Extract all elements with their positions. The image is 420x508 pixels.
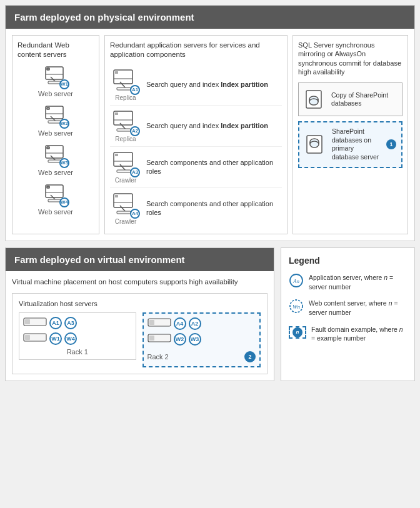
db-copy-label: Copy of SharePoint databases xyxy=(331,91,397,108)
racks-row: A1 A3 W1 xyxy=(19,312,261,367)
web-server-3: W3 Web server xyxy=(18,143,94,176)
svg-rect-57 xyxy=(149,336,154,341)
svg-rect-9 xyxy=(48,121,61,123)
svg-point-44 xyxy=(309,99,318,105)
app-server-row-a1: A1 Replica Search query and index Index … xyxy=(110,64,282,106)
a3-role-label: Crawler xyxy=(112,177,139,184)
w4-badge: W4 xyxy=(59,197,69,207)
virtual-farm-section: Farm deployed on virtual environment Vir… xyxy=(5,247,274,381)
virtual-content: Virtual machine placement on host comput… xyxy=(6,271,274,381)
sql-title: SQL Server synchronous mirroring or Alwa… xyxy=(298,41,402,76)
rack2-w3-badge: W3 xyxy=(189,333,201,346)
rack1-a1-badge: A1 xyxy=(49,317,62,329)
legend-fault-badge: n xyxy=(292,327,302,337)
a1-role-desc: Search query and index Index partition xyxy=(146,80,282,89)
svg-text:An: An xyxy=(292,278,299,284)
a3-badge: A3 xyxy=(130,167,140,177)
rack1-server-icon2 xyxy=(23,333,47,344)
svg-rect-22 xyxy=(115,71,118,74)
rack2-server-icon2 xyxy=(148,334,171,344)
legend-app-text: Application server, where n = server num… xyxy=(309,273,407,291)
physical-content: Redundant Web content servers W1 Web xyxy=(6,29,414,241)
db-primary-label: SharePoint databases on primary database… xyxy=(332,127,381,162)
web-server-icon-2: W2 xyxy=(43,104,68,127)
a2-role-label: Replica xyxy=(112,136,139,142)
app-icon-a1: A1 xyxy=(112,68,139,94)
legend-item-app: An Application server, where n = server … xyxy=(289,273,407,291)
bottom-row: Farm deployed on virtual environment Vir… xyxy=(5,247,415,381)
w2-label: Web server xyxy=(38,129,73,137)
legend-fault-icon: n xyxy=(289,326,306,339)
svg-rect-12 xyxy=(47,147,49,149)
rack1-label: Rack 1 xyxy=(23,348,132,356)
a3-role-desc: Search components and other application … xyxy=(146,158,282,177)
w3-badge: W3 xyxy=(59,158,69,168)
svg-rect-32 xyxy=(115,154,118,156)
legend-web-text: Web content server, where n = server num… xyxy=(309,299,407,317)
svg-rect-53 xyxy=(25,335,30,340)
svg-point-49 xyxy=(310,141,319,147)
a4-role-label: Crawler xyxy=(112,218,139,225)
web-server-icon-4: W4 xyxy=(43,182,68,206)
svg-rect-34 xyxy=(117,170,131,172)
virtual-header-text: Farm deployed on virtual environment xyxy=(14,254,185,265)
physical-farm-section: Farm deployed on physical environment Re… xyxy=(5,5,415,241)
svg-rect-17 xyxy=(47,186,49,188)
svg-rect-55 xyxy=(149,320,154,325)
rack2-row2: W2 W3 xyxy=(148,333,256,346)
rack2-num-badge: 2 xyxy=(244,351,256,362)
db-primary-box: SharePoint databases on primary database… xyxy=(298,121,402,168)
app-icon-a3: A3 xyxy=(112,151,139,177)
rack1-row1: A1 A3 xyxy=(23,317,132,329)
legend-app-icon: An xyxy=(289,273,304,288)
svg-rect-27 xyxy=(115,112,118,115)
rack1-w1-badge: W1 xyxy=(49,332,62,345)
legend-fault-text: Fault domain example, where n = example … xyxy=(311,325,407,343)
legend-item-web: Wn Web content server, where n = server … xyxy=(289,299,407,317)
rack2-row1: A4 A2 xyxy=(148,317,256,330)
svg-rect-39 xyxy=(117,211,131,214)
svg-rect-19 xyxy=(48,199,61,202)
sql-column: SQL Server synchronous mirroring or Alwa… xyxy=(292,35,408,234)
svg-rect-24 xyxy=(117,87,131,90)
web-server-1: W1 Web server xyxy=(18,64,94,97)
physical-header-text: Farm deployed on physical environment xyxy=(14,12,194,22)
svg-rect-51 xyxy=(25,319,30,324)
rack2-num-wrap: 2 xyxy=(244,351,256,362)
rack1-w4-badge: W4 xyxy=(64,332,77,345)
web-server-icon-1: W1 xyxy=(43,64,68,88)
svg-rect-7 xyxy=(47,107,49,109)
svg-rect-2 xyxy=(47,68,49,70)
svg-rect-14 xyxy=(48,160,61,162)
db-copy-box: Copy of SharePoint databases xyxy=(298,82,402,116)
a2-role-desc: Search query and index Index partition xyxy=(146,121,282,131)
rack2-a4-badge: A4 xyxy=(174,317,186,330)
rack2-w2-badge: W2 xyxy=(174,333,186,346)
app-server-row-a3: A3 Crawler Search components and other a… xyxy=(110,147,282,188)
app-server-row-a4: A4 Crawler Search components and other a… xyxy=(110,188,282,229)
rack2-a2-badge: A2 xyxy=(189,317,201,330)
db-primary-icon xyxy=(304,133,327,156)
a4-badge: A4 xyxy=(130,209,140,219)
rack1-a3-badge: A3 xyxy=(64,317,77,329)
svg-rect-29 xyxy=(117,129,131,131)
a2-badge: A2 xyxy=(130,126,140,136)
app-icon-a2: A2 xyxy=(112,109,139,136)
web-server-icon-3: W3 xyxy=(43,143,68,167)
legend-title: Legend xyxy=(289,256,407,266)
rack1-server-icon xyxy=(23,317,47,328)
virtual-subtitle: Virtual machine placement on host comput… xyxy=(12,277,268,287)
rack2-box: A4 A2 W2 xyxy=(142,312,261,367)
a1-badge: A1 xyxy=(130,85,140,95)
web-col-title: Redundant Web content servers xyxy=(18,41,94,59)
app-icon-a4: A4 xyxy=(112,192,139,218)
app-col-title: Redundant application servers for servic… xyxy=(110,41,282,59)
legend-box: Legend An Application server, where n = … xyxy=(281,247,415,381)
app-server-row-a2: A2 Replica Search query and index Index … xyxy=(110,106,282,147)
legend-web-icon: Wn xyxy=(289,299,304,314)
app-servers-column: Redundant application servers for servic… xyxy=(104,35,288,234)
db-copy-icon xyxy=(304,88,326,111)
web-servers-column: Redundant Web content servers W1 Web xyxy=(12,35,99,234)
web-server-2: W2 Web server xyxy=(18,104,94,137)
rack1-box: A1 A3 W1 xyxy=(19,312,136,360)
